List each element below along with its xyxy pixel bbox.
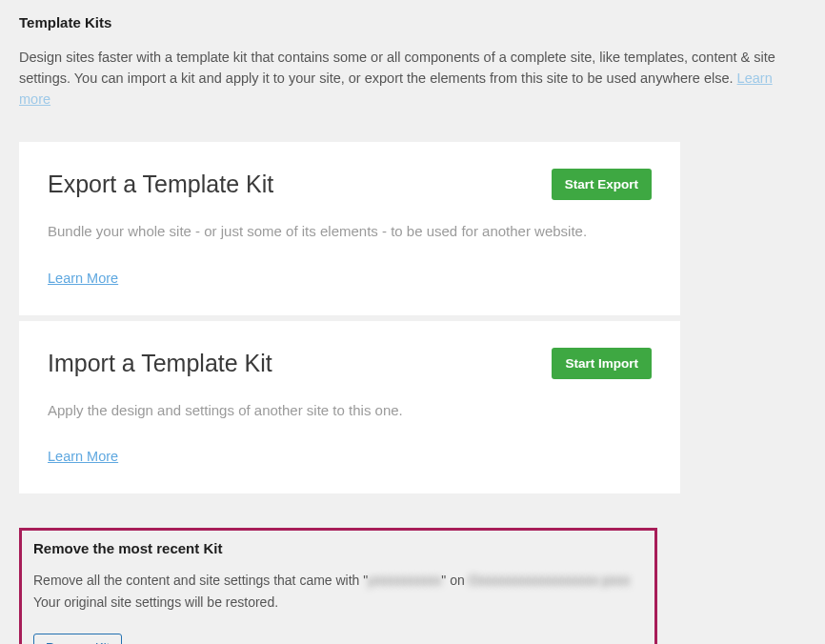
remove-kit-button[interactable]: Remove Kit: [33, 634, 122, 644]
import-card-description: Apply the design and settings of another…: [48, 400, 652, 422]
remove-desc-post: Your original site settings will be rest…: [33, 594, 278, 610]
export-card: Export a Template Kit Start Export Bundl…: [19, 142, 680, 315]
redacted-date: Oxxxxxxxxxxxxxxxxxx pxxx: [469, 573, 631, 588]
remove-desc-pre: Remove all the content and site settings…: [33, 573, 368, 588]
import-card-title: Import a Template Kit: [48, 350, 272, 377]
start-export-button[interactable]: Start Export: [552, 169, 652, 200]
export-card-title: Export a Template Kit: [48, 171, 273, 198]
remove-kit-panel: Remove the most recent Kit Remove all th…: [19, 528, 657, 644]
export-learn-more-link[interactable]: Learn More: [48, 271, 118, 286]
description-text: Design sites faster with a template kit …: [19, 50, 775, 86]
import-learn-more-link[interactable]: Learn More: [48, 449, 118, 464]
export-card-description: Bundle your whole site - or just some of…: [48, 221, 652, 243]
redacted-kit-name: yxxxxxxxxxx: [368, 573, 441, 588]
remove-desc-mid: " on: [441, 573, 468, 588]
remove-panel-description: Remove all the content and site settings…: [33, 570, 643, 613]
page-description: Design sites faster with a template kit …: [19, 48, 806, 110]
remove-panel-title: Remove the most recent Kit: [33, 540, 643, 556]
import-card: Import a Template Kit Start Import Apply…: [19, 321, 680, 494]
start-import-button[interactable]: Start Import: [552, 348, 652, 379]
page-title: Template Kits: [19, 14, 806, 30]
